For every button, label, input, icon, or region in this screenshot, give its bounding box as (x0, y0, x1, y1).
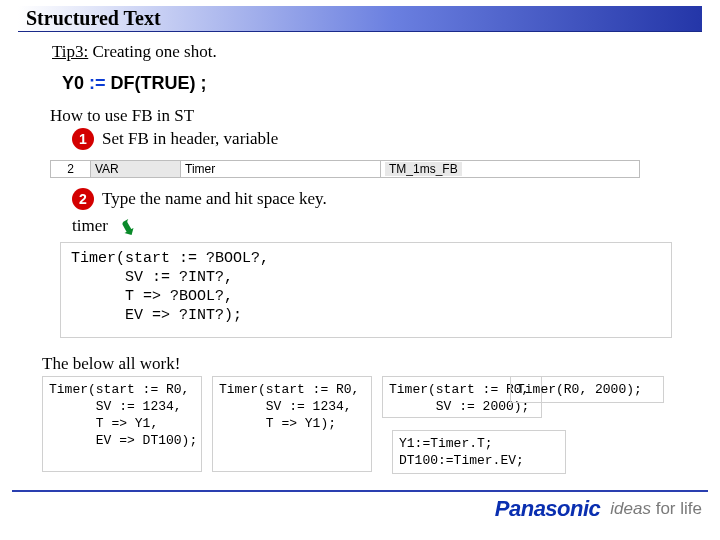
example-3-bottom: Y1:=Timer.T; DT100:=Timer.EV; (392, 430, 566, 474)
var-identifier: Timer (180, 160, 380, 178)
call-template-box: Timer(start := ?BOOL?, SV := ?INT?, T =>… (60, 242, 672, 338)
var-type: TM_1ms_FB (385, 162, 462, 176)
howto-block: How to use FB in ST 1 Set FB in header, … (50, 106, 278, 150)
works-label: The below all work! (42, 354, 180, 374)
example-4: Timer(R0, 2000); (510, 376, 664, 403)
slide: Structured Text Tip3: Creating one shot.… (0, 0, 720, 540)
ex1-l3: T => Y1, (49, 415, 195, 432)
ex2-l2: SV := 1234, (219, 398, 365, 415)
ex2-l3: T => Y1); (219, 415, 365, 432)
step2-badge: 2 (72, 188, 94, 210)
call-l4: EV => ?INT?); (71, 306, 661, 325)
var-table-row: 2 VAR Timer TM_1ms_FB (50, 160, 672, 178)
ex1-l2: SV := 1234, (49, 398, 195, 415)
example-2: Timer(start := R0, SV := 1234, T => Y1); (212, 376, 372, 472)
footer-rule (12, 490, 708, 492)
step1-text: Set FB in header, variable (102, 129, 278, 149)
brand-logo: Panasonic (495, 496, 601, 522)
call-l2: SV := ?INT?, (71, 268, 661, 287)
var-class: VAR (90, 160, 180, 178)
typed-text: timer (72, 216, 108, 235)
howto-heading: How to use FB in ST (50, 106, 278, 126)
code-top-inner: Y0 := DF(TRUE) ; (52, 73, 207, 94)
tip-label: Tip3: (52, 42, 88, 61)
code-top-box: Y0 := DF(TRUE) ; (52, 66, 672, 100)
var-rownum: 2 (50, 160, 90, 178)
ex3b-l1: Y1:=Timer.T; (399, 435, 559, 452)
ex1-l4: EV => DT100); (49, 432, 195, 449)
tip-text: Creating one shot. (88, 42, 216, 61)
typed-text-row: timer ➥ (72, 212, 327, 236)
step2-block: 2 Type the name and hit space key. timer… (50, 186, 327, 236)
ex1-l1: Timer(start := R0, (49, 381, 195, 398)
step1-row: 1 Set FB in header, variable (72, 128, 278, 150)
title-bar: Structured Text (18, 6, 702, 32)
code-rhs: DF(TRUE) ; (111, 73, 207, 93)
slide-title: Structured Text (26, 7, 161, 30)
tagline-rest: for life (651, 499, 702, 518)
ex4-l1: Timer(R0, 2000); (517, 381, 657, 398)
step2-row: 2 Type the name and hit space key. (72, 188, 327, 210)
step1-badge: 1 (72, 128, 94, 150)
code-lhs: Y0 (62, 73, 84, 93)
tip-line: Tip3: Creating one shot. (52, 42, 217, 62)
arrow-icon: ➥ (114, 215, 143, 242)
brand-block: Panasonic ideas for life (495, 496, 702, 522)
ex2-l1: Timer(start := R0, (219, 381, 365, 398)
brand-tagline: ideas for life (610, 499, 702, 519)
step2-text: Type the name and hit space key. (102, 189, 327, 209)
tagline-em: ideas (610, 499, 651, 518)
call-l3: T => ?BOOL?, (71, 287, 661, 306)
example-1: Timer(start := R0, SV := 1234, T => Y1, … (42, 376, 202, 472)
ex3b-l2: DT100:=Timer.EV; (399, 452, 559, 469)
var-type-cell: TM_1ms_FB (380, 160, 640, 178)
call-l1: Timer(start := ?BOOL?, (71, 249, 661, 268)
code-op: := (84, 73, 111, 93)
